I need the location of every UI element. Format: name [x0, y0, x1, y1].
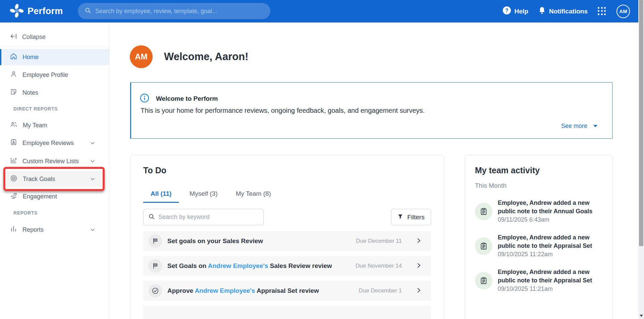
- todo-row[interactable]: Approve Andrew Employee's Appraisal Set …: [143, 281, 431, 301]
- team-activity-card: My team activity This Month Employee, An…: [465, 155, 612, 319]
- clipboard-note-icon: [475, 237, 492, 255]
- chevron-right-icon[interactable]: [416, 238, 422, 245]
- sidebar-item-track-goals[interactable]: Track Goals: [6, 171, 102, 187]
- team-icon: [10, 121, 17, 130]
- filter-funnel-icon: [397, 214, 403, 221]
- top-header: Perform ? Help: [0, 0, 644, 22]
- global-search-input[interactable]: [95, 8, 264, 15]
- clipboard-note-icon: [475, 203, 492, 220]
- brand-logo[interactable]: Perform: [9, 3, 63, 19]
- keyword-search-input[interactable]: [158, 214, 259, 221]
- chart-plus-icon: [10, 157, 17, 166]
- activity-item[interactable]: Employee, Andrew added a new public note…: [475, 199, 602, 224]
- welcome-row: AM Welcome, Aaron!: [130, 45, 249, 68]
- keyword-search[interactable]: [143, 209, 264, 225]
- scroll-down-button[interactable]: [638, 313, 644, 318]
- todo-row[interactable]: Set goals on your Sales Review Due Decem…: [143, 231, 431, 251]
- chevron-down-icon: [90, 140, 95, 146]
- sidebar-section-reports: REPORTS: [13, 210, 38, 216]
- sidebar-item-label: Engagement: [23, 193, 57, 200]
- global-search[interactable]: [78, 3, 270, 19]
- activity-text: Employee, Andrew added a new public note…: [498, 233, 598, 259]
- welcome-avatar: AM: [130, 45, 153, 68]
- see-more-button[interactable]: See more: [561, 123, 597, 130]
- employee-link[interactable]: Andrew Employee's: [195, 287, 255, 294]
- bell-icon: [538, 6, 546, 16]
- employee-link[interactable]: Andrew Employee's: [208, 262, 268, 269]
- welcome-banner: Welcome to Perform This is your home for…: [130, 82, 612, 139]
- chevron-right-icon[interactable]: [416, 263, 422, 270]
- collapse-label: Collapse: [22, 34, 46, 41]
- approve-check-icon: [149, 284, 162, 298]
- tab-my-team[interactable]: My Team (8): [228, 187, 278, 203]
- caret-down-icon: [593, 125, 597, 127]
- activity-period: This Month: [475, 182, 602, 189]
- todo-tabs: All (11) Myself (3) My Team (8): [143, 187, 431, 203]
- todo-item-text: Set goals on your Sales Review: [167, 237, 351, 245]
- chevron-down-icon: [90, 158, 95, 164]
- todo-row-partial[interactable]: [143, 306, 431, 319]
- target-icon: [10, 175, 17, 184]
- home-icon: [10, 53, 17, 61]
- help-button[interactable]: ? Help: [502, 6, 528, 16]
- sidebar-item-employee-reviews[interactable]: Employee Reviews: [0, 135, 109, 151]
- activity-text: Employee, Andrew added a new public note…: [498, 199, 598, 224]
- sidebar: Collapse Home Employee Profile: [0, 22, 109, 319]
- page-scrollbar[interactable]: [638, 0, 644, 319]
- help-label: Help: [515, 8, 528, 15]
- hand-heart-icon: [10, 192, 17, 201]
- activity-item[interactable]: Employee, Andrew added a new public note…: [475, 233, 602, 259]
- notifications-button[interactable]: Notifications: [538, 6, 588, 16]
- todo-item-text: Set Goals on Andrew Employee's Sales Rev…: [167, 262, 350, 270]
- user-avatar[interactable]: AM: [616, 5, 630, 18]
- chevron-down-icon: [90, 227, 95, 232]
- todo-list: Set goals on your Sales Review Due Decem…: [143, 231, 431, 319]
- flag-icon: [149, 259, 162, 273]
- tab-all[interactable]: All (11): [143, 187, 179, 203]
- bar-chart-icon: [10, 225, 17, 234]
- filters-label: Filters: [407, 214, 425, 221]
- activity-timestamp: 09/10/2025 11:22am: [498, 250, 598, 259]
- sidebar-item-engagement[interactable]: Engagement: [0, 188, 109, 204]
- page-title: Welcome, Aaron!: [164, 51, 249, 63]
- sidebar-section-direct-reports: DIRECT REPORTS: [13, 106, 58, 111]
- badge-icon: [10, 139, 17, 147]
- activity-title: My team activity: [475, 166, 602, 175]
- main-content: AM Welcome, Aaron! Welcome to Perform Th…: [110, 22, 638, 319]
- filters-button[interactable]: Filters: [391, 209, 431, 225]
- see-more-label: See more: [561, 123, 587, 130]
- activity-timestamp: 09/10/2025 11:21am: [498, 285, 598, 293]
- collapse-sidebar-button[interactable]: Collapse: [10, 33, 46, 42]
- sidebar-item-reports[interactable]: Reports: [0, 222, 109, 238]
- banner-body: This is your home for performance review…: [141, 107, 425, 115]
- sidebar-item-custom-review-lists[interactable]: Custom Review Lists: [0, 153, 109, 169]
- tab-myself[interactable]: Myself (3): [182, 187, 225, 203]
- collapse-arrow-icon: [10, 33, 17, 42]
- todo-card: To Do All (11) Myself (3) My Team (8): [130, 155, 444, 319]
- activity-item[interactable]: Employee, Andrew added a new public note…: [475, 268, 602, 293]
- clipboard-note-icon: [475, 272, 492, 289]
- todo-title: To Do: [143, 166, 431, 175]
- chevron-right-icon[interactable]: [416, 287, 422, 294]
- person-icon: [10, 71, 17, 79]
- sidebar-item-home[interactable]: Home: [0, 49, 109, 65]
- sidebar-item-notes[interactable]: Notes: [0, 85, 109, 101]
- todo-item-text: Approve Andrew Employee's Appraisal Set …: [167, 287, 353, 294]
- sidebar-item-label: My Team: [23, 122, 47, 129]
- sidebar-item-label: Track Goals: [23, 176, 55, 183]
- due-date: Due November 14: [356, 263, 402, 269]
- sidebar-item-label: Custom Review Lists: [22, 158, 79, 165]
- sidebar-item-label: Employee Reviews: [22, 140, 74, 147]
- svg-text:?: ?: [505, 8, 508, 13]
- scroll-down-arrow-icon: [640, 315, 643, 317]
- app-grid-icon[interactable]: [598, 7, 606, 16]
- scrollbar-thumb[interactable]: [639, 0, 643, 246]
- due-date: Due December 11: [356, 238, 402, 244]
- chevron-down-icon: [90, 176, 95, 182]
- todo-row[interactable]: Set Goals on Andrew Employee's Sales Rev…: [143, 256, 431, 276]
- sidebar-item-my-team[interactable]: My Team: [0, 117, 109, 133]
- sidebar-item-employee-profile[interactable]: Employee Profile: [0, 67, 109, 83]
- info-icon: [140, 93, 149, 104]
- sidebar-divider: [0, 46, 109, 46]
- sidebar-item-label: Home: [22, 54, 39, 61]
